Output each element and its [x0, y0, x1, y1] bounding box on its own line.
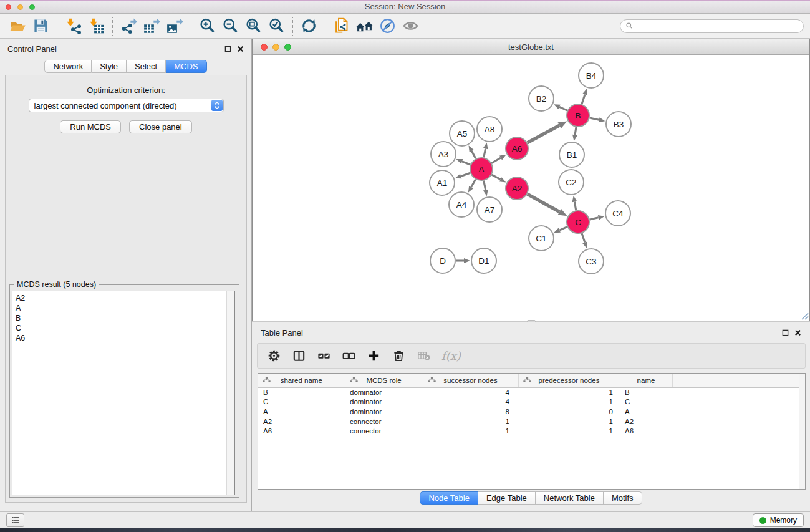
table-tab-motifs[interactable]: Motifs	[604, 491, 642, 505]
select-all-columns-button[interactable]	[317, 349, 331, 363]
graph-edge-A6-B[interactable]	[528, 125, 559, 143]
graph-edge-A-A7[interactable]	[484, 181, 486, 190]
graph-edge-A-A8[interactable]	[484, 148, 486, 157]
show-panels-button[interactable]	[6, 513, 24, 527]
duplicate-network-button[interactable]	[330, 16, 353, 37]
save-session-button[interactable]	[29, 16, 52, 37]
table-options-button[interactable]	[267, 349, 281, 363]
resize-grip-icon[interactable]	[801, 312, 809, 320]
mcds-result-item[interactable]: C	[16, 323, 234, 333]
graph-edge-A-A6[interactable]	[491, 158, 501, 163]
network-window-titlebar[interactable]: testGlobe.txt	[253, 39, 809, 55]
network-close-button[interactable]	[261, 44, 268, 51]
run-mcds-button[interactable]: Run MCDS	[60, 120, 121, 133]
column-header-name[interactable]: name	[620, 374, 672, 387]
hide-graphics-details-button[interactable]	[376, 16, 399, 37]
graph-edge-A2-C[interactable]	[528, 194, 560, 211]
mcds-result-item[interactable]: B	[16, 313, 234, 323]
tab-mcds[interactable]: MCDS	[166, 60, 206, 73]
network-zoom-button[interactable]	[284, 44, 291, 51]
column-header-predecessor-nodes[interactable]: predecessor nodes	[518, 374, 620, 387]
search-field[interactable]	[620, 19, 804, 33]
close-table-panel-icon[interactable]	[794, 329, 801, 336]
show-graphics-details-button[interactable]	[399, 16, 422, 37]
table-cell[interactable]: B	[258, 387, 345, 397]
table-cell[interactable]: B	[620, 387, 672, 397]
export-image-button[interactable]	[163, 16, 186, 37]
table-cell[interactable]: dominator	[345, 397, 423, 407]
graph-edge-A-A5[interactable]	[471, 151, 476, 158]
column-header-successor-nodes[interactable]: successor nodes	[423, 374, 518, 387]
unselect-all-columns-button[interactable]	[342, 349, 356, 363]
mcds-result-item[interactable]: A2	[16, 293, 234, 303]
export-table-button[interactable]	[140, 16, 163, 37]
mcds-result-item[interactable]: A6	[16, 333, 234, 343]
table-cell[interactable]: A2	[258, 417, 345, 427]
table-tab-network-table[interactable]: Network Table	[536, 491, 604, 505]
graph-edge-C-C2[interactable]	[574, 202, 576, 211]
table-tab-node-table[interactable]: Node Table	[420, 491, 478, 505]
tab-style[interactable]: Style	[92, 60, 127, 73]
export-network-button[interactable]	[117, 16, 140, 37]
zoom-fit-button[interactable]	[242, 16, 265, 37]
table-cell[interactable]: A2	[620, 417, 672, 427]
graph-edge-B-B1[interactable]	[575, 127, 576, 135]
column-header-shared-name[interactable]: shared name	[258, 374, 345, 387]
show-columns-button[interactable]	[292, 349, 306, 363]
table-tab-edge-table[interactable]: Edge Table	[478, 491, 536, 505]
memory-button[interactable]: Memory	[753, 513, 804, 527]
import-network-button[interactable]	[62, 16, 85, 37]
table-row[interactable]: A6connector11A6	[258, 427, 805, 437]
minimize-window-button[interactable]	[17, 4, 23, 10]
create-column-button[interactable]	[367, 349, 381, 363]
mcds-result-item[interactable]: A	[16, 303, 234, 313]
graph-edge-B-B2[interactable]	[559, 107, 567, 110]
table-cell[interactable]: 1	[518, 417, 620, 427]
table-cell[interactable]: dominator	[345, 387, 423, 397]
table-cell[interactable]: A6	[258, 427, 345, 437]
graph-edge-A-A3[interactable]	[462, 162, 471, 165]
graph-edge-A-A1[interactable]	[461, 173, 470, 176]
graph-edge-C-C3[interactable]	[582, 233, 585, 243]
table-scrollbar[interactable]	[799, 374, 805, 489]
network-canvas[interactable]: B4B2BB3A5A8A6A3B1AA1C2A2A4A7C4CC1C3DD1	[253, 56, 809, 321]
table-cell[interactable]: 1	[518, 427, 620, 437]
table-cell[interactable]: C	[620, 397, 672, 407]
import-table-button[interactable]	[85, 16, 108, 37]
table-row[interactable]: Adominator80A	[258, 407, 805, 417]
float-table-panel-icon[interactable]	[782, 329, 789, 336]
result-scrollbar[interactable]	[226, 291, 234, 495]
graph-edge-A-A2[interactable]	[492, 175, 501, 180]
table-cell[interactable]: A	[620, 407, 672, 417]
graph-edge-B-B3[interactable]	[590, 118, 599, 120]
graph-edge-A-A4[interactable]	[471, 180, 476, 188]
table-cell[interactable]: connector	[345, 417, 423, 427]
float-panel-icon[interactable]	[224, 46, 231, 52]
table-cell[interactable]: 0	[518, 407, 620, 417]
search-input[interactable]	[637, 22, 798, 31]
table-cell[interactable]: 4	[423, 397, 518, 407]
table-cell[interactable]: connector	[345, 427, 423, 437]
zoom-selected-button[interactable]	[265, 16, 288, 37]
close-panel-button[interactable]: Close panel	[129, 120, 192, 133]
table-cell[interactable]: 4	[423, 387, 518, 397]
zoom-out-button[interactable]	[219, 16, 242, 37]
zoom-window-button[interactable]	[29, 4, 35, 10]
table-cell[interactable]: 8	[423, 407, 518, 417]
table-row[interactable]: Bdominator41B	[258, 387, 805, 397]
home-button[interactable]	[353, 16, 376, 37]
tab-network[interactable]: Network	[44, 60, 92, 73]
table-cell[interactable]: A6	[620, 427, 672, 437]
table-cell[interactable]: 1	[518, 387, 620, 397]
table-cell[interactable]: A	[258, 407, 345, 417]
table-cell[interactable]: dominator	[345, 407, 423, 417]
column-header-mcds-role[interactable]: MCDS role	[345, 374, 423, 387]
table-row[interactable]: A2connector11A2	[258, 417, 805, 427]
table-cell[interactable]: 1	[518, 397, 620, 407]
graph-edge-B-B4[interactable]	[582, 94, 585, 104]
table-row[interactable]: Cdominator41C	[258, 397, 805, 407]
open-session-button[interactable]	[6, 16, 29, 37]
network-graph[interactable]: B4B2BB3A5A8A6A3B1AA1C2A2A4A7C4CC1C3DD1	[253, 56, 809, 321]
table-cell[interactable]: C	[258, 397, 345, 407]
apply-layout-button[interactable]	[297, 16, 321, 37]
